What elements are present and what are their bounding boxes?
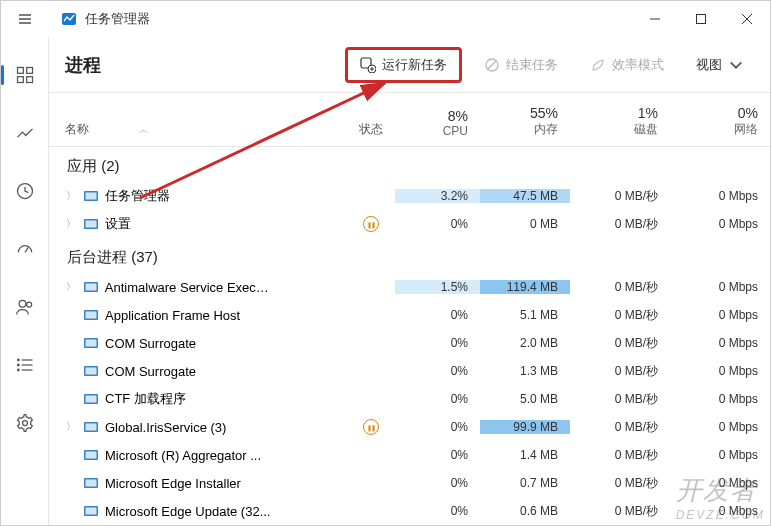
table-row[interactable]: 〉 任务管理器 3.2% 47.5 MB 0 MB/秒 0 Mbps (49, 182, 770, 210)
paused-icon (363, 419, 379, 435)
table-row[interactable]: 〉 设置 0% 0 MB 0 MB/秒 0 Mbps (49, 210, 770, 238)
process-name: 任务管理器 (105, 187, 170, 205)
status-cell (275, 216, 395, 232)
process-icon (83, 447, 99, 463)
window-controls (632, 1, 770, 37)
close-button[interactable] (724, 1, 770, 37)
process-icon (83, 419, 99, 435)
sidebar-history[interactable] (7, 173, 43, 209)
col-name[interactable]: 名称 (65, 121, 89, 138)
sidebar-services[interactable] (7, 405, 43, 441)
gauge-icon (15, 239, 35, 259)
window-title: 任务管理器 (85, 10, 150, 28)
process-name: Microsoft Edge Update (32... (105, 504, 270, 519)
col-mem[interactable]: 55%内存 (480, 105, 570, 138)
table-row[interactable]: 〉 Antimalware Service Execut... 1.5% 119… (49, 273, 770, 301)
menu-button[interactable] (9, 3, 41, 35)
sidebar-users[interactable] (7, 289, 43, 325)
process-icon (83, 188, 99, 204)
net-cell: 0 Mbps (670, 280, 770, 294)
svg-rect-11 (26, 77, 32, 83)
svg-rect-38 (86, 340, 97, 347)
sidebar (1, 37, 48, 525)
table-row[interactable]: 〉 COM Surrogate 0% 1.3 MB 0 MB/秒 0 Mbps (49, 357, 770, 385)
svg-point-21 (17, 369, 19, 371)
expand-icon[interactable]: 〉 (65, 217, 77, 231)
table-row[interactable]: 〉 CTF 加载程序 0% 5.0 MB 0 MB/秒 0 Mbps (49, 385, 770, 413)
table-row[interactable]: 〉 Microsoft (R) Aggregator ... 0% 1.4 MB… (49, 441, 770, 469)
table-row[interactable]: 〉 Microsoft Edge Installer 0% 0.7 MB 0 M… (49, 469, 770, 497)
process-icon (83, 475, 99, 491)
cpu-cell: 0% (395, 217, 480, 231)
svg-point-14 (19, 300, 26, 307)
chart-icon (15, 123, 35, 143)
group-apps: 应用 (2) (49, 147, 770, 182)
efficiency-mode-button[interactable]: 效率模式 (580, 50, 674, 80)
view-dropdown[interactable]: 视图 (686, 50, 754, 80)
grid-icon (15, 65, 35, 85)
mem-cell: 119.4 MB (480, 280, 570, 294)
table-row[interactable]: 〉 COM Surrogate 0% 2.0 MB 0 MB/秒 0 Mbps (49, 329, 770, 357)
process-icon (83, 335, 99, 351)
end-task-button[interactable]: 结束任务 (474, 50, 568, 80)
mem-cell: 99.9 MB (480, 420, 570, 434)
svg-rect-34 (85, 284, 96, 291)
history-icon (15, 181, 35, 201)
process-list[interactable]: 应用 (2) 〉 任务管理器 3.2% 47.5 MB 0 MB/秒 0 Mbp… (49, 147, 770, 525)
mem-cell: 1.4 MB (480, 448, 570, 462)
process-name: Microsoft Edge Installer (105, 476, 241, 491)
mem-label: 内存 (534, 121, 558, 138)
svg-line-28 (488, 61, 496, 69)
mem-cell: 5.1 MB (480, 308, 570, 322)
svg-point-22 (22, 421, 27, 426)
watermark: 开发者 DEVZE.COM (676, 473, 765, 522)
expand-icon[interactable]: 〉 (65, 280, 77, 294)
mem-cell: 0 MB (480, 217, 570, 231)
mem-cell: 0.6 MB (480, 504, 570, 518)
cpu-cell: 0% (395, 476, 480, 490)
svg-line-13 (25, 247, 28, 252)
expand-icon[interactable]: 〉 (65, 420, 77, 434)
sidebar-startup[interactable] (7, 231, 43, 267)
sidebar-details[interactable] (7, 347, 43, 383)
disk-cell: 0 MB/秒 (570, 279, 670, 296)
disk-label: 磁盘 (634, 121, 658, 138)
minimize-button[interactable] (632, 1, 678, 37)
disk-cell: 0 MB/秒 (570, 419, 670, 436)
efficiency-label: 效率模式 (612, 56, 664, 74)
group-bg: 后台进程 (37) (49, 238, 770, 273)
svg-rect-30 (86, 193, 97, 200)
cpu-cell: 1.5% (395, 280, 480, 294)
table-row[interactable]: 〉 Microsoft Edge Update (32... 0% 0.6 MB… (49, 497, 770, 525)
col-disk[interactable]: 1%磁盘 (570, 105, 670, 138)
paused-icon (363, 216, 379, 232)
mem-cell: 0.7 MB (480, 476, 570, 490)
run-new-task-button[interactable]: 运行新任务 (345, 47, 462, 83)
process-name: Microsoft (R) Aggregator ... (105, 448, 261, 463)
view-label: 视图 (696, 56, 722, 74)
maximize-button[interactable] (678, 1, 724, 37)
process-icon (83, 363, 99, 379)
sidebar-processes[interactable] (7, 57, 43, 93)
expand-icon[interactable]: 〉 (65, 189, 77, 203)
cpu-cell: 0% (395, 392, 480, 406)
svg-point-20 (17, 364, 19, 366)
table-row[interactable]: 〉 Application Frame Host 0% 5.1 MB 0 MB/… (49, 301, 770, 329)
cpu-cell: 0% (395, 420, 480, 434)
col-net[interactable]: 0%网络 (670, 105, 770, 138)
end-task-label: 结束任务 (506, 56, 558, 74)
plus-square-icon (360, 57, 376, 73)
titlebar: 任务管理器 (1, 1, 770, 37)
svg-rect-36 (86, 312, 97, 319)
net-pct: 0% (738, 105, 758, 121)
list-icon (15, 355, 35, 375)
svg-rect-48 (86, 480, 97, 487)
col-status[interactable]: 状态 (359, 121, 383, 138)
col-cpu[interactable]: 8%CPU (395, 108, 480, 138)
cpu-cell: 0% (395, 308, 480, 322)
prohibit-icon (484, 57, 500, 73)
disk-cell: 0 MB/秒 (570, 188, 670, 205)
users-icon (15, 297, 35, 317)
sidebar-performance[interactable] (7, 115, 43, 151)
table-row[interactable]: 〉 Global.IrisService (3) 0% 99.9 MB 0 MB… (49, 413, 770, 441)
